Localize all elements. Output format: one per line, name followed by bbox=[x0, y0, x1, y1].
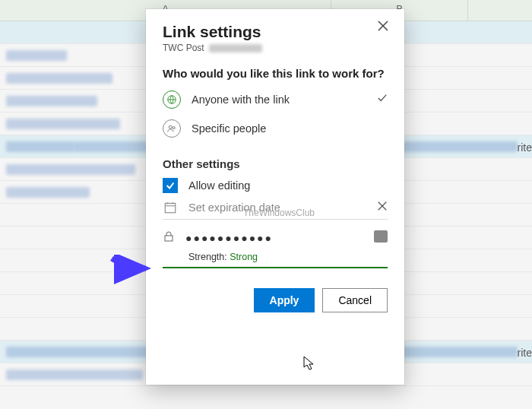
dialog-actions: Apply Cancel bbox=[163, 288, 388, 312]
watermark: TheWindowsClub bbox=[243, 208, 315, 218]
globe-icon bbox=[163, 90, 181, 109]
annotation-arrow bbox=[108, 255, 154, 285]
svg-point-2 bbox=[173, 127, 175, 129]
close-button[interactable] bbox=[377, 20, 392, 35]
svg-rect-3 bbox=[165, 203, 176, 212]
lock-icon bbox=[163, 230, 175, 246]
link-settings-dialog: Link settings TWC Post Who would you lik… bbox=[146, 9, 404, 385]
dialog-title: Link settings bbox=[163, 23, 388, 41]
allow-editing-checkbox[interactable] bbox=[163, 178, 178, 193]
clear-expiration-button[interactable] bbox=[377, 201, 388, 214]
checkmark-icon bbox=[377, 93, 388, 106]
option-anyone-with-link[interactable]: Anyone with the link bbox=[163, 90, 388, 109]
option-label: Anyone with the link bbox=[192, 94, 290, 106]
calendar-icon bbox=[163, 201, 178, 214]
close-icon bbox=[377, 20, 389, 32]
option-specific-people[interactable]: Specific people bbox=[163, 119, 388, 138]
option-label: Specific people bbox=[192, 122, 266, 135]
cursor-icon bbox=[302, 355, 318, 373]
blurred-text bbox=[209, 44, 262, 52]
check-icon bbox=[165, 180, 176, 191]
people-icon bbox=[163, 119, 181, 138]
cancel-button[interactable]: Cancel bbox=[322, 288, 388, 312]
other-settings-heading: Other settings bbox=[163, 157, 388, 170]
svg-point-1 bbox=[169, 125, 172, 128]
password-input[interactable]: ●●●●●●●●●●● bbox=[185, 232, 388, 244]
allow-editing-label: Allow editing bbox=[188, 179, 250, 192]
password-strength: Strength: Strong bbox=[188, 252, 258, 262]
keyboard-icon[interactable] bbox=[374, 230, 388, 243]
allow-editing-row[interactable]: Allow editing bbox=[163, 178, 388, 193]
dialog-subtitle: TWC Post bbox=[163, 43, 388, 53]
svg-rect-4 bbox=[165, 236, 173, 241]
close-icon bbox=[377, 201, 388, 211]
access-question: Who would you like this link to work for… bbox=[163, 67, 388, 80]
password-row[interactable]: ●●●●●●●●●●● Strength: Strong bbox=[163, 230, 388, 268]
apply-button[interactable]: Apply bbox=[254, 288, 315, 312]
